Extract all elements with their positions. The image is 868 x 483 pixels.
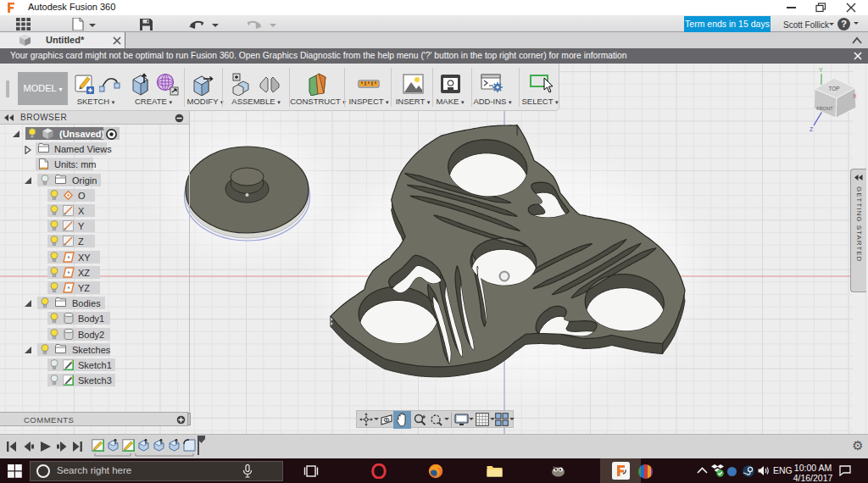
svg-text:TOP: TOP [828, 86, 839, 92]
svg-text:X: X [853, 93, 857, 99]
svg-text:Y: Y [819, 67, 823, 73]
svg-text:FRONT: FRONT [816, 106, 833, 111]
svg-text:Z: Z [810, 126, 814, 132]
